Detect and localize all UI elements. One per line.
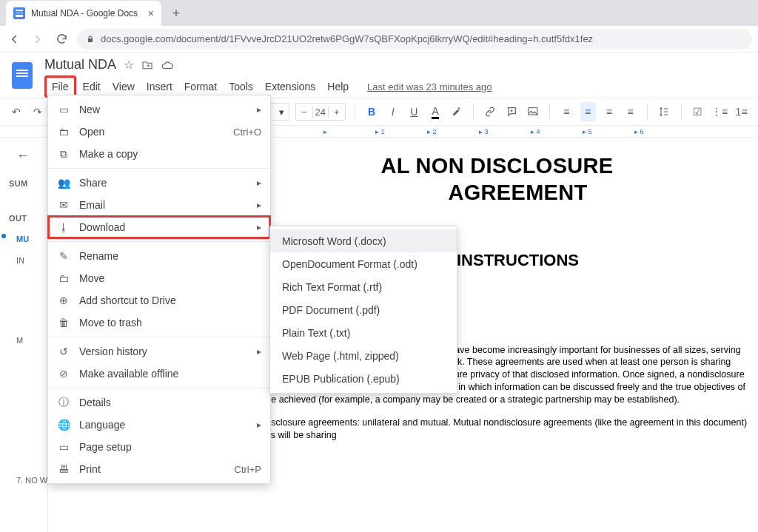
numbered-list-button[interactable]: 1≡ bbox=[734, 102, 749, 121]
menu-tools[interactable]: Tools bbox=[224, 78, 258, 95]
outline-item[interactable]: MU bbox=[9, 229, 41, 250]
docs-header: Mutual NDA ☆ File Edit View Insert Forma… bbox=[0, 53, 758, 98]
doc-title[interactable]: Mutual NDA bbox=[44, 57, 116, 73]
svg-text:▸ 6: ▸ 6 bbox=[634, 128, 644, 135]
menu-email[interactable]: ✉ Email ▸ bbox=[48, 194, 270, 216]
svg-text:▸ 1: ▸ 1 bbox=[375, 128, 385, 135]
align-left-button[interactable]: ≡ bbox=[559, 102, 574, 121]
menu-print[interactable]: 🖶 Print Ctrl+P bbox=[48, 458, 270, 480]
menu-edit[interactable]: Edit bbox=[78, 78, 106, 95]
menu-help[interactable]: Help bbox=[322, 78, 354, 95]
checklist-button[interactable]: ☑ bbox=[690, 102, 705, 121]
insert-image-button[interactable] bbox=[526, 102, 541, 121]
forward-button bbox=[30, 31, 46, 47]
italic-button[interactable]: I bbox=[385, 102, 400, 121]
menu-download[interactable]: ⭳ Download ▸ bbox=[48, 216, 270, 238]
redo-button[interactable]: ↷ bbox=[30, 102, 46, 121]
docs-favicon bbox=[13, 7, 25, 19]
close-tab-icon[interactable]: × bbox=[148, 7, 154, 19]
tab-title: Mutual NDA - Google Docs bbox=[31, 8, 142, 18]
outline-toggle-button[interactable]: ← bbox=[16, 148, 30, 164]
menu-extensions[interactable]: Extensions bbox=[260, 78, 321, 95]
docs-logo[interactable] bbox=[7, 57, 37, 94]
bullet-list-button[interactable]: ⋮≡ bbox=[711, 102, 728, 121]
browser-toolbar: docs.google.com/document/d/1FVvveJrcD21U… bbox=[0, 26, 758, 53]
download-html[interactable]: Web Page (.html, zipped) bbox=[270, 344, 457, 367]
menu-trash[interactable]: 🗑 Move to trash bbox=[48, 312, 270, 334]
offline-icon: ⊘ bbox=[57, 368, 70, 380]
menu-move[interactable]: 🗀 Move bbox=[48, 267, 270, 289]
align-justify-button[interactable]: ≡ bbox=[623, 102, 638, 121]
menu-share[interactable]: 👥 Share ▸ bbox=[48, 172, 270, 194]
info-icon: ⓘ bbox=[57, 396, 70, 409]
address-bar[interactable]: docs.google.com/document/d/1FVvveJrcD21U… bbox=[77, 29, 752, 50]
chevron-right-icon: ▸ bbox=[257, 420, 261, 430]
menu-rename[interactable]: ✎ Rename bbox=[48, 245, 270, 267]
line-spacing-button[interactable] bbox=[657, 102, 672, 121]
star-icon[interactable]: ☆ bbox=[124, 58, 134, 72]
outline-outline-label: OUT bbox=[9, 208, 41, 229]
underline-button[interactable]: U bbox=[406, 102, 422, 121]
cloud-icon[interactable] bbox=[161, 58, 174, 72]
chevron-right-icon: ▸ bbox=[257, 346, 261, 357]
shortcut-icon: ⊕ bbox=[57, 294, 70, 306]
share-icon: 👥 bbox=[57, 177, 70, 189]
rename-icon: ✎ bbox=[57, 250, 70, 262]
download-rtf[interactable]: Rich Text Format (.rtf) bbox=[270, 275, 457, 298]
svg-text:▸ 3: ▸ 3 bbox=[479, 128, 489, 135]
menu-version-history[interactable]: ↺ Version history ▸ bbox=[48, 340, 270, 363]
download-epub[interactable]: EPUB Publication (.epub) bbox=[270, 367, 457, 390]
font-size-value[interactable]: 24 bbox=[312, 107, 329, 118]
menu-format[interactable]: Format bbox=[179, 78, 222, 95]
menu-details[interactable]: ⓘ Details bbox=[48, 391, 270, 414]
menu-make-copy[interactable]: ⧉ Make a copy bbox=[48, 143, 270, 165]
print-icon: 🖶 bbox=[57, 463, 70, 475]
align-right-button[interactable]: ≡ bbox=[602, 102, 617, 121]
menu-language[interactable]: 🌐 Language ▸ bbox=[48, 414, 270, 436]
font-size-control[interactable]: − 24 + bbox=[295, 103, 346, 121]
menu-add-shortcut[interactable]: ⊕ Add shortcut to Drive bbox=[48, 289, 270, 312]
chevron-right-icon: ▸ bbox=[257, 200, 261, 210]
menu-page-setup[interactable]: ▭ Page setup bbox=[48, 436, 270, 458]
copy-icon: ⧉ bbox=[57, 148, 70, 161]
highlight-button[interactable] bbox=[449, 102, 465, 121]
download-submenu: Microsoft Word (.docx) OpenDocument Form… bbox=[269, 226, 457, 394]
menu-open[interactable]: 🗀 Open Ctrl+O bbox=[48, 121, 270, 143]
menu-insert[interactable]: Insert bbox=[141, 78, 178, 95]
undo-button[interactable]: ↶ bbox=[9, 102, 24, 121]
decrease-size-button[interactable]: − bbox=[296, 107, 312, 118]
folder-icon: 🗀 bbox=[57, 126, 70, 138]
url-text: docs.google.com/document/d/1FVvveJrcD21U… bbox=[101, 33, 593, 44]
increase-size-button[interactable]: + bbox=[329, 107, 345, 118]
download-docx[interactable]: Microsoft Word (.docx) bbox=[270, 229, 457, 252]
svg-text:▸ 2: ▸ 2 bbox=[427, 128, 437, 135]
move-icon[interactable] bbox=[141, 59, 153, 71]
menu-offline[interactable]: ⊘ Make available offline bbox=[48, 363, 270, 385]
move-icon: 🗀 bbox=[57, 272, 70, 284]
outline-item[interactable]: 7. NO WARRANTY. bbox=[9, 470, 41, 491]
bold-button[interactable]: B bbox=[364, 102, 380, 121]
svg-text:▸: ▸ bbox=[323, 128, 327, 135]
download-odt[interactable]: OpenDocument Format (.odt) bbox=[270, 252, 457, 275]
menu-view[interactable]: View bbox=[107, 78, 140, 95]
email-icon: ✉ bbox=[57, 199, 70, 211]
text-color-button[interactable]: A bbox=[428, 102, 443, 121]
menu-new[interactable]: ▭ New ▸ bbox=[48, 98, 270, 121]
align-center-button[interactable]: ≡ bbox=[580, 102, 596, 121]
page-setup-icon: ▭ bbox=[57, 441, 70, 453]
outline-item[interactable]: M bbox=[9, 330, 41, 351]
chevron-right-icon: ▸ bbox=[257, 178, 261, 188]
lock-icon bbox=[86, 35, 95, 44]
browser-tab[interactable]: Mutual NDA - Google Docs × bbox=[6, 1, 161, 26]
new-tab-button[interactable]: + bbox=[166, 3, 187, 24]
reload-button[interactable] bbox=[53, 31, 70, 47]
history-icon: ↺ bbox=[57, 346, 70, 357]
download-txt[interactable]: Plain Text (.txt) bbox=[270, 321, 457, 344]
download-pdf[interactable]: PDF Document (.pdf) bbox=[270, 298, 457, 321]
insert-link-button[interactable] bbox=[483, 102, 498, 121]
outline-summary-label: SUM bbox=[9, 173, 41, 195]
back-button[interactable] bbox=[6, 31, 22, 47]
last-edit-link[interactable]: Last edit was 23 minutes ago bbox=[367, 81, 492, 92]
insert-comment-button[interactable] bbox=[504, 102, 520, 121]
outline-item[interactable]: IN bbox=[9, 250, 41, 272]
